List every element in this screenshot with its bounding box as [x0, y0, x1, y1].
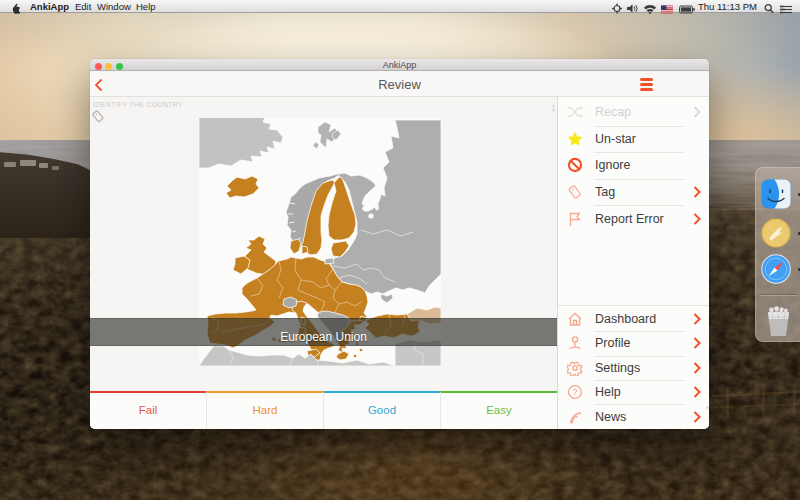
svg-text:?: ?: [572, 387, 577, 397]
